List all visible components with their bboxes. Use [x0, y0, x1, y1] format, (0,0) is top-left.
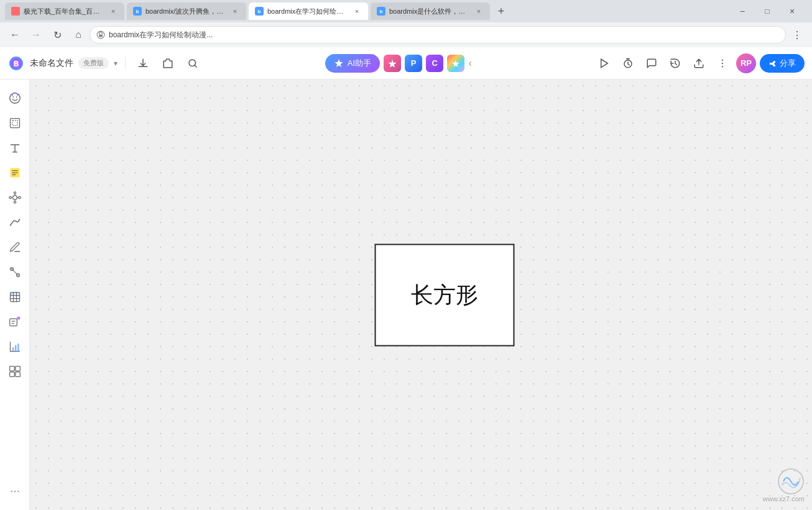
plugin-button-4[interactable]: [447, 55, 464, 72]
lock-icon: [96, 30, 105, 39]
svg-rect-1: [99, 34, 103, 37]
search-button[interactable]: [183, 53, 203, 73]
browser-tab-3[interactable]: b boardmix在学习如何绘制... ×: [249, 2, 368, 20]
app-toolbar: B 未命名文件 免费版 ▾ AI助手 P C: [0, 47, 812, 80]
sidebar-note-tool[interactable]: [4, 162, 26, 184]
tab1-favicon: [11, 7, 20, 16]
browser-tab-1[interactable]: 极光下载_百年合集_百合集中... ×: [5, 2, 124, 20]
toolbar-right: RP 分享: [594, 53, 805, 73]
pen-icon: [9, 241, 21, 253]
comment-button[interactable]: [642, 53, 662, 73]
tab4-close[interactable]: ×: [474, 6, 484, 16]
minimize-button[interactable]: −: [732, 1, 752, 21]
svg-rect-36: [15, 372, 20, 377]
emoji-icon: [8, 91, 22, 105]
history-icon: [670, 58, 681, 69]
shape-container[interactable]: 长方形: [374, 244, 514, 346]
new-tab-button[interactable]: +: [492, 2, 510, 20]
main-layout: +: [0, 80, 812, 510]
sidebar-template-tool[interactable]: [4, 360, 26, 383]
export-icon: [693, 58, 704, 69]
sidebar-pen-tool[interactable]: [4, 236, 26, 258]
svg-rect-26: [16, 293, 19, 296]
svg-text:B: B: [14, 60, 19, 68]
export-button[interactable]: [689, 53, 709, 73]
plan-badge[interactable]: 免费版: [78, 57, 109, 69]
tab4-title: boardmix是什么软件，百量...: [389, 7, 470, 16]
svg-rect-14: [12, 121, 17, 125]
play-button[interactable]: [594, 53, 614, 73]
left-sidebar: +: [0, 80, 30, 510]
sidebar-table-tool[interactable]: [4, 286, 26, 308]
tags-button[interactable]: [158, 53, 178, 73]
smart-icon: +: [9, 316, 21, 328]
restore-button[interactable]: □: [757, 1, 777, 21]
watermark: www.xz7.com: [763, 468, 805, 503]
address-text: boardmix在学习如何绘制动漫...: [109, 30, 779, 40]
template-icon: [9, 365, 21, 378]
more-tools-icon: [9, 486, 21, 497]
canvas-area[interactable]: 长方形 www.xz7.com: [30, 80, 812, 510]
tab3-close[interactable]: ×: [352, 6, 362, 16]
plugin1-icon: [387, 58, 397, 68]
download-button[interactable]: [133, 53, 153, 73]
sidebar-line-tool[interactable]: [4, 211, 26, 234]
app-logo-icon: B: [9, 56, 24, 71]
line-icon: [9, 216, 21, 229]
plugin4-icon: [451, 59, 460, 68]
tab1-close[interactable]: ×: [108, 6, 118, 16]
share-icon: [768, 59, 777, 68]
close-button[interactable]: ×: [782, 1, 802, 21]
svg-rect-33: [9, 367, 14, 371]
back-button[interactable]: ←: [5, 25, 25, 45]
svg-point-8: [722, 62, 723, 63]
plugin-button-2[interactable]: P: [405, 55, 422, 72]
rectangle-shape[interactable]: 长方形: [374, 244, 514, 346]
browser-tab-4[interactable]: b boardmix是什么软件，百量... ×: [371, 2, 490, 20]
plugin-button-3[interactable]: C: [426, 55, 443, 72]
share-button[interactable]: 分享: [760, 54, 805, 73]
sidebar-chart-tool[interactable]: [4, 335, 26, 358]
filename-dropdown[interactable]: ▾: [114, 59, 118, 68]
plugin-button-1[interactable]: [384, 55, 401, 72]
app-logo[interactable]: B: [7, 55, 25, 72]
timer-button[interactable]: [618, 53, 638, 73]
plugins-chevron[interactable]: ‹: [468, 57, 472, 70]
table-icon: [9, 291, 21, 303]
toolbar-sep1: [125, 57, 126, 70]
svg-rect-13: [10, 119, 19, 128]
sidebar-text-tool[interactable]: [4, 137, 26, 159]
timer-icon: [622, 58, 634, 69]
ai-icon: [334, 58, 344, 68]
more-icon: [717, 58, 728, 69]
sidebar-eraser-tool[interactable]: [4, 261, 26, 283]
more-options-button[interactable]: [713, 53, 732, 73]
sidebar-more-button[interactable]: [4, 480, 26, 503]
address-bar[interactable]: boardmix在学习如何绘制动漫...: [90, 26, 786, 43]
tags-icon: [162, 58, 173, 69]
sidebar-mindmap-tool[interactable]: [4, 186, 26, 209]
history-button[interactable]: [665, 53, 685, 73]
user-avatar[interactable]: RP: [736, 53, 756, 73]
frame-icon: [9, 117, 21, 129]
sidebar-frame-tool[interactable]: [4, 112, 26, 134]
forward-button[interactable]: →: [26, 25, 46, 45]
tab2-close[interactable]: ×: [230, 6, 240, 16]
play-icon: [599, 58, 610, 69]
text-icon: [9, 142, 21, 154]
refresh-button[interactable]: ↻: [47, 25, 67, 45]
plugin3-label: C: [431, 58, 437, 68]
sidebar-smart-tool[interactable]: +: [4, 311, 26, 333]
toolbar-left: B 未命名文件 免费版 ▾: [7, 53, 203, 73]
svg-point-18: [18, 196, 20, 198]
sidebar-emoji-tool[interactable]: [4, 87, 26, 109]
home-button[interactable]: ⌂: [68, 25, 88, 45]
browser-tab-bar: 极光下载_百年合集_百合集中... × b boardmix/波次升腾鱼，百..…: [0, 0, 812, 22]
svg-rect-32: [17, 344, 19, 352]
browser-more-button[interactable]: ⋮: [787, 25, 807, 45]
svg-rect-25: [13, 293, 16, 296]
browser-tab-2[interactable]: b boardmix/波次升腾鱼，百... ×: [127, 2, 246, 20]
ai-assistant-button[interactable]: AI助手: [325, 54, 380, 73]
browser-address-bar-row: ← → ↻ ⌂ boardmix在学习如何绘制动漫... ⋮: [0, 22, 812, 47]
download-icon: [137, 58, 149, 69]
